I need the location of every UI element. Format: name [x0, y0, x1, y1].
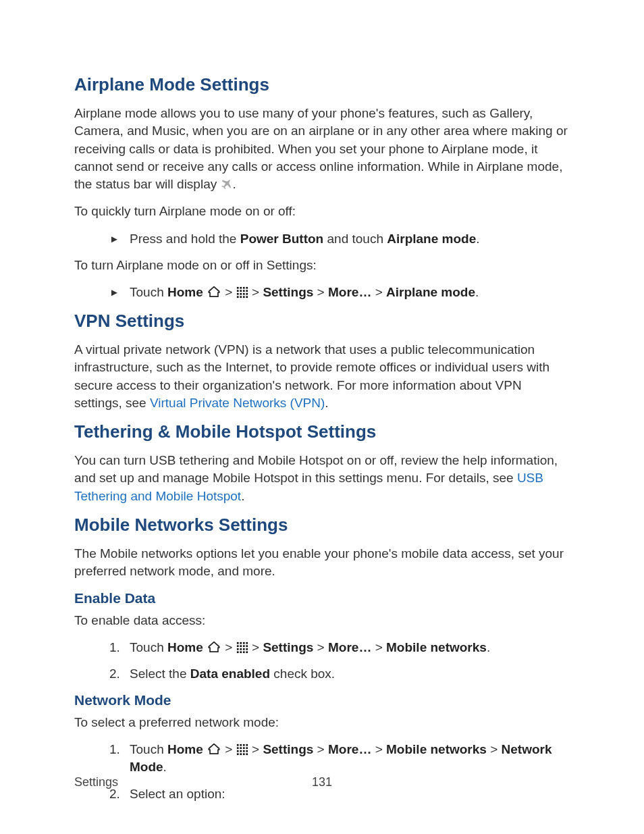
bullet-item: ► Press and hold the Power Button and to… [74, 230, 570, 248]
mobile-networks-description: The Mobile networks options let you enab… [74, 545, 570, 580]
body-text: . [475, 285, 479, 299]
body-text: Airplane mode allows you to use many of … [74, 106, 568, 191]
airplane-quick-intro: To quickly turn Airplane mode on or off: [74, 203, 570, 220]
body-text: > [371, 640, 386, 654]
body-text: > [221, 742, 236, 756]
body-text: Touch [130, 640, 167, 654]
body-text: check box. [270, 667, 335, 681]
heading-mobile-networks: Mobile Networks Settings [74, 515, 570, 536]
arrow-marker: ► [109, 284, 130, 299]
body-text: You can turn USB tethering and Mobile Ho… [74, 453, 558, 485]
home-icon [207, 640, 221, 654]
body-text: > [371, 742, 386, 756]
body-text: and touch [323, 232, 387, 246]
home-icon [207, 742, 221, 756]
network-mode-intro: To select a preferred network mode: [74, 714, 570, 731]
numbered-item: 2. Select the Data enabled check box. [74, 665, 570, 683]
body-text: > [248, 742, 263, 756]
apps-grid-icon [236, 742, 248, 756]
document-page: Airplane Mode Settings Airplane mode all… [74, 74, 570, 800]
subheading-enable-data: Enable Data [74, 590, 570, 606]
numbered-item: 1. Touch Home > > Settings > More… > Mob… [74, 639, 570, 656]
airplane-icon [221, 177, 233, 191]
home-icon [207, 285, 221, 299]
bold-text: Home [167, 285, 203, 299]
body-text: Touch [130, 285, 167, 299]
bold-text: More… [328, 285, 371, 299]
bold-text: Power Button [240, 232, 324, 246]
apps-grid-icon [236, 285, 248, 299]
body-text: Select the [130, 667, 190, 681]
body-text: > [313, 285, 328, 299]
bold-text: Home [167, 742, 203, 756]
bold-text: Data enabled [190, 667, 270, 681]
step-text: Touch Home > > Settings > More… > Mobile… [130, 639, 570, 656]
footer-section: Settings [74, 775, 240, 789]
apps-grid-icon [236, 640, 248, 654]
body-text: . [233, 177, 236, 191]
vpn-link[interactable]: Virtual Private Networks (VPN) [150, 396, 325, 410]
bullet-text: Press and hold the Power Button and touc… [130, 230, 570, 248]
body-text: > [221, 640, 236, 654]
heading-vpn: VPN Settings [74, 311, 570, 332]
body-text: . [476, 232, 479, 246]
body-text: . [241, 489, 244, 503]
airplane-settings-intro: To turn Airplane mode on or off in Setti… [74, 257, 570, 274]
body-text: > [371, 285, 386, 299]
vpn-description: A virtual private network (VPN) is a net… [74, 341, 570, 412]
body-text: > [248, 285, 263, 299]
body-text: Press and hold the [130, 232, 240, 246]
airplane-description: Airplane mode allows you to use many of … [74, 105, 570, 193]
bold-text: Airplane mode [386, 285, 475, 299]
bold-text: Mobile networks [386, 640, 487, 654]
numbered-item: 1. Touch Home > > Settings > More… > Mob… [74, 741, 570, 775]
bullet-text: Touch Home > > Settings > More… > Airpla… [130, 284, 570, 301]
tethering-description: You can turn USB tethering and Mobile Ho… [74, 452, 570, 505]
bullet-item: ► Touch Home > > Settings > More… > Airp… [74, 284, 570, 301]
bold-text: Settings [263, 640, 313, 654]
subheading-network-mode: Network Mode [74, 692, 570, 708]
heading-airplane-mode: Airplane Mode Settings [74, 74, 570, 95]
body-text: . [163, 760, 167, 774]
bold-text: Home [167, 640, 203, 654]
number-marker: 1. [109, 741, 130, 758]
body-text: > [313, 742, 328, 756]
arrow-marker: ► [109, 230, 130, 246]
step-text: Select the Data enabled check box. [130, 665, 570, 683]
page-footer: Settings 131 [74, 775, 570, 789]
bold-text: Mobile networks [386, 742, 487, 756]
step-text: Touch Home > > Settings > More… > Mobile… [130, 741, 570, 775]
footer-page-number: 131 [240, 775, 405, 789]
body-text: Touch [130, 742, 167, 756]
number-marker: 1. [109, 639, 130, 656]
body-text: > [221, 285, 236, 299]
body-text: > [487, 742, 502, 756]
bold-text: More… [328, 742, 371, 756]
body-text: . [487, 640, 490, 654]
bold-text: More… [328, 640, 371, 654]
body-text: > [313, 640, 328, 654]
bold-text: Settings [263, 742, 313, 756]
heading-tethering: Tethering & Mobile Hotspot Settings [74, 421, 570, 442]
number-marker: 2. [109, 665, 130, 683]
body-text: > [248, 640, 263, 654]
body-text: . [325, 396, 328, 410]
enable-data-intro: To enable data access: [74, 612, 570, 629]
bold-text: Settings [263, 285, 313, 299]
bold-text: Airplane mode [387, 232, 476, 246]
